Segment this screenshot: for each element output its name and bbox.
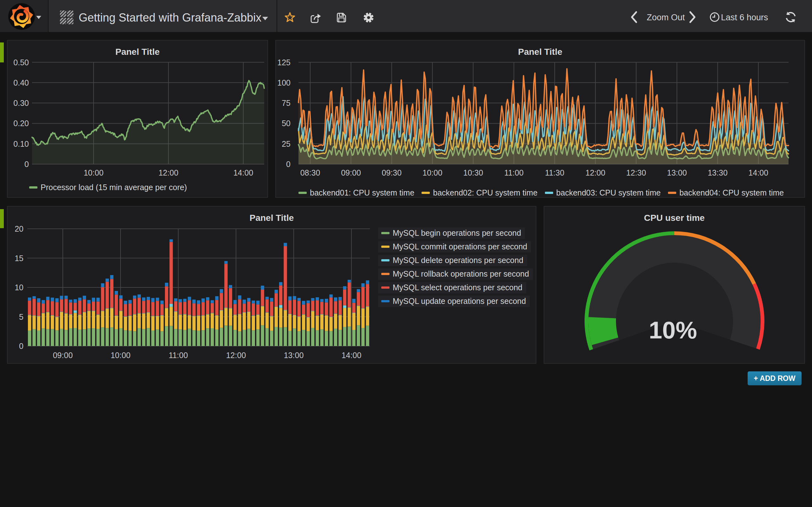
svg-text:14:00: 14:00	[749, 168, 768, 177]
svg-text:0.20: 0.20	[13, 119, 29, 128]
svg-text:50: 50	[282, 119, 291, 128]
svg-text:14:00: 14:00	[342, 351, 362, 360]
svg-text:12:00: 12:00	[586, 168, 606, 177]
svg-text:0: 0	[19, 342, 23, 350]
svg-text:13:30: 13:30	[708, 168, 728, 177]
svg-text:125: 125	[277, 58, 291, 67]
svg-text:10: 10	[14, 283, 23, 292]
svg-text:0.40: 0.40	[13, 78, 29, 87]
svg-text:10:30: 10:30	[463, 168, 484, 177]
svg-text:11:00: 11:00	[169, 351, 188, 360]
svg-text:15: 15	[14, 254, 23, 263]
svg-text:12:00: 12:00	[226, 351, 246, 360]
svg-text:09:00: 09:00	[341, 168, 361, 177]
svg-text:12:30: 12:30	[626, 168, 646, 177]
svg-text:08:30: 08:30	[300, 168, 320, 177]
svg-text:25: 25	[282, 139, 291, 148]
svg-text:0.50: 0.50	[13, 58, 29, 67]
svg-text:10%: 10%	[649, 317, 697, 343]
svg-text:0.10: 0.10	[13, 139, 29, 148]
svg-text:10:00: 10:00	[84, 168, 104, 177]
svg-text:10:00: 10:00	[111, 351, 131, 360]
svg-text:09:30: 09:30	[382, 168, 402, 177]
svg-text:12:00: 12:00	[159, 168, 179, 177]
svg-text:14:00: 14:00	[234, 168, 253, 177]
svg-text:10:00: 10:00	[422, 168, 443, 177]
svg-text:20: 20	[14, 224, 23, 233]
svg-text:09:00: 09:00	[53, 351, 73, 360]
svg-text:0: 0	[286, 160, 291, 169]
svg-text:5: 5	[19, 313, 23, 321]
svg-text:100: 100	[277, 78, 291, 87]
svg-text:13:00: 13:00	[284, 351, 304, 360]
svg-text:11:30: 11:30	[545, 168, 564, 177]
svg-text:75: 75	[282, 99, 291, 107]
svg-text:0: 0	[24, 160, 29, 169]
svg-text:0.30: 0.30	[13, 99, 29, 107]
svg-text:11:00: 11:00	[504, 168, 524, 177]
svg-text:13:00: 13:00	[667, 168, 687, 177]
